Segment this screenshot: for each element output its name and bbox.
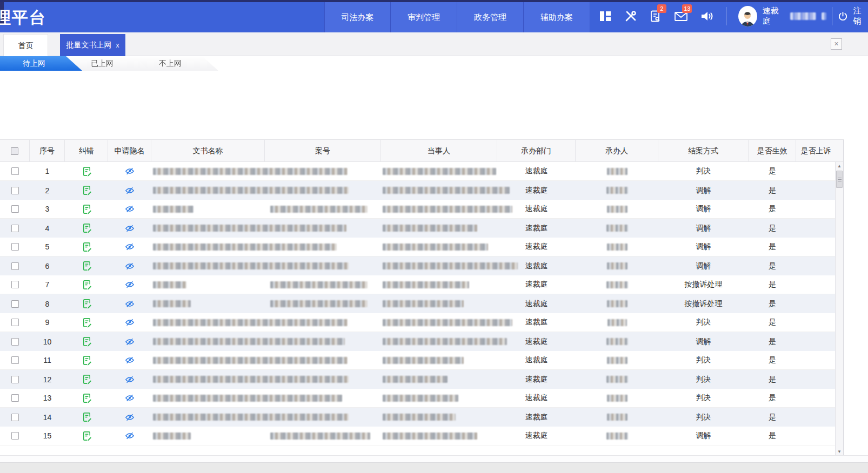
row-party-cell bbox=[381, 408, 497, 427]
row-checkbox[interactable] bbox=[11, 281, 19, 288]
correction-icon[interactable] bbox=[82, 374, 92, 384]
anonymize-eye-off-icon[interactable] bbox=[125, 186, 135, 195]
correction-icon[interactable] bbox=[82, 317, 92, 328]
correction-icon[interactable] bbox=[82, 242, 92, 252]
table-row[interactable]: 13 速裁庭 判决 是 bbox=[0, 389, 836, 408]
tab-batch-upload[interactable]: 批量文书上网x bbox=[60, 34, 125, 56]
correction-icon[interactable] bbox=[82, 412, 92, 422]
anonymize-eye-off-icon[interactable] bbox=[125, 375, 135, 384]
correction-icon[interactable] bbox=[82, 280, 92, 290]
table-row[interactable]: 9 速裁庭 判决 是 bbox=[0, 313, 836, 332]
row-method: 判决 bbox=[658, 370, 749, 389]
row-checkbox[interactable] bbox=[11, 376, 19, 383]
logout-button[interactable]: 注销 bbox=[853, 6, 868, 26]
anonymize-eye-off-icon[interactable] bbox=[125, 262, 135, 271]
tab-close-x[interactable]: x bbox=[116, 42, 119, 49]
select-all-checkbox[interactable] bbox=[11, 147, 18, 155]
scroll-down-arrow-icon[interactable]: ▼ bbox=[836, 448, 843, 456]
vertical-scrollbar[interactable]: ▲ ▼ bbox=[835, 162, 843, 456]
mail-icon[interactable]: 13 bbox=[674, 9, 688, 23]
doc-redacted bbox=[153, 206, 193, 213]
table-row[interactable]: 8 速裁庭 按撤诉处理 是 bbox=[0, 294, 836, 313]
row-dept: 速裁庭 bbox=[497, 275, 576, 294]
anonymize-eye-off-icon[interactable] bbox=[125, 318, 135, 327]
anonymize-eye-off-icon[interactable] bbox=[125, 413, 135, 422]
table-row[interactable]: 12 速裁庭 判决 是 bbox=[0, 370, 836, 389]
vertical-scrollbar-thumb[interactable] bbox=[836, 171, 843, 188]
table-row[interactable]: 3 速裁庭 调解 是 bbox=[0, 200, 836, 219]
layout-icon[interactable] bbox=[599, 9, 612, 23]
col-header-seq: 序号 bbox=[30, 140, 65, 162]
row-party-cell bbox=[381, 389, 497, 408]
user-area[interactable]: 速裁庭 注销 bbox=[738, 6, 868, 26]
party-redacted bbox=[383, 414, 456, 421]
anonymize-eye-off-icon[interactable] bbox=[125, 431, 135, 440]
table-row[interactable]: 1 速裁庭 判决 是 bbox=[0, 162, 836, 181]
table-row[interactable]: 4 速裁庭 调解 是 bbox=[0, 219, 836, 238]
row-checkbox[interactable] bbox=[11, 205, 19, 213]
anonymize-eye-off-icon[interactable] bbox=[125, 300, 135, 308]
correction-icon[interactable] bbox=[82, 166, 92, 177]
correction-icon[interactable] bbox=[82, 336, 92, 347]
correction-icon[interactable] bbox=[82, 223, 92, 233]
row-checkbox[interactable] bbox=[11, 262, 19, 270]
anonymize-eye-off-icon[interactable] bbox=[125, 356, 135, 364]
row-checkbox[interactable] bbox=[11, 187, 19, 194]
row-party-cell bbox=[381, 200, 497, 219]
correction-icon[interactable] bbox=[82, 431, 92, 441]
correction-icon[interactable] bbox=[82, 204, 92, 214]
speaker-icon[interactable] bbox=[700, 9, 714, 23]
correction-icon[interactable] bbox=[82, 393, 92, 403]
anonymize-eye-off-icon[interactable] bbox=[125, 394, 135, 402]
anonymize-eye-off-icon[interactable] bbox=[125, 242, 135, 251]
row-checkbox[interactable] bbox=[11, 432, 19, 440]
anonymize-eye-off-icon[interactable] bbox=[125, 167, 135, 175]
horizontal-scrollbar[interactable] bbox=[0, 455, 868, 463]
power-icon[interactable] bbox=[838, 11, 848, 22]
nav-item-fuzhubanan[interactable]: 辅助办案 bbox=[524, 2, 590, 32]
document-audit-icon[interactable]: 2 bbox=[649, 9, 662, 23]
panel-close-button[interactable]: × bbox=[831, 38, 842, 50]
row-index: 1 bbox=[30, 162, 65, 181]
nav-item-zhengwuguanli[interactable]: 政务管理 bbox=[457, 2, 524, 32]
tools-icon[interactable] bbox=[624, 9, 637, 23]
row-checkbox[interactable] bbox=[11, 319, 19, 326]
tab-home[interactable]: 首页 bbox=[3, 34, 48, 56]
correction-icon[interactable] bbox=[82, 299, 92, 309]
table-row[interactable]: 7 速裁庭 按撤诉处理 是 bbox=[0, 275, 836, 294]
scroll-up-arrow-icon[interactable]: ▲ bbox=[836, 162, 843, 170]
row-checkbox[interactable] bbox=[11, 167, 19, 175]
row-method: 调解 bbox=[658, 181, 749, 200]
nav-item-shenpanguanli[interactable]: 审判管理 bbox=[391, 2, 457, 32]
nav-item-sifabanan[interactable]: 司法办案 bbox=[324, 2, 391, 32]
table-row[interactable]: 14 速裁庭 判决 是 bbox=[0, 408, 836, 427]
correction-icon[interactable] bbox=[82, 185, 92, 195]
row-checkbox[interactable] bbox=[11, 394, 19, 402]
anonymize-eye-off-icon[interactable] bbox=[125, 224, 135, 233]
row-checkbox[interactable] bbox=[11, 414, 19, 421]
table-row[interactable]: 11 速裁庭 判决 是 bbox=[0, 351, 836, 370]
row-effective: 是 bbox=[749, 389, 796, 408]
row-index: 6 bbox=[30, 256, 65, 275]
row-checkbox[interactable] bbox=[11, 243, 19, 251]
row-method: 按撤诉处理 bbox=[658, 275, 749, 294]
row-checkbox[interactable] bbox=[11, 225, 19, 232]
table-row[interactable]: 2 速裁庭 调解 是 bbox=[0, 181, 836, 200]
row-case-no-cell bbox=[265, 162, 381, 181]
anonymize-eye-off-icon[interactable] bbox=[125, 337, 135, 346]
row-checkbox[interactable] bbox=[11, 356, 19, 364]
anonymize-eye-off-icon[interactable] bbox=[125, 205, 135, 213]
subtab-not-online[interactable]: 不上网 bbox=[136, 56, 218, 71]
col-header-effective: 是否生效 bbox=[749, 140, 796, 162]
status-subtabs: 不上网 已上网 待上网 bbox=[0, 56, 868, 71]
table-row[interactable]: 10 速裁庭 调解 是 bbox=[0, 332, 836, 351]
correction-icon[interactable] bbox=[82, 355, 92, 366]
anonymize-eye-off-icon[interactable] bbox=[125, 280, 135, 289]
table-row[interactable]: 6 速裁庭 调解 是 bbox=[0, 256, 836, 275]
row-checkbox[interactable] bbox=[11, 300, 19, 308]
row-appeal bbox=[796, 162, 836, 181]
table-row[interactable]: 5 速裁庭 调解 是 bbox=[0, 238, 836, 256]
row-checkbox[interactable] bbox=[11, 338, 19, 346]
correction-icon[interactable] bbox=[82, 261, 92, 271]
table-row[interactable]: 15 速裁庭 调解 是 bbox=[0, 427, 836, 445]
